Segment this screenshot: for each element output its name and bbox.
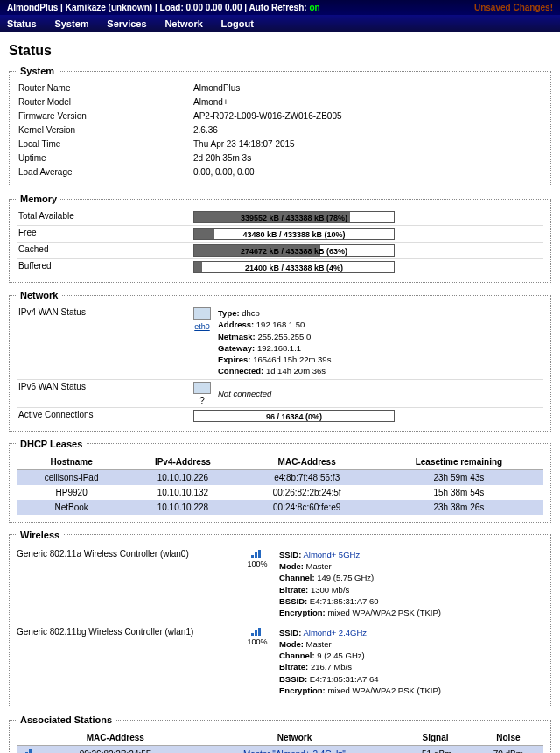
- wireless-group: Wireless Generic 802.11a Wireless Contro…: [9, 530, 551, 708]
- nav-services[interactable]: Services: [107, 18, 146, 29]
- unsaved-changes-link[interactable]: Unsaved Changes!: [474, 3, 553, 12]
- ipv6-status: Not connected: [218, 389, 271, 398]
- signal-icon: [22, 749, 34, 753]
- memory-bar: 274672 kB / 433388 kB (63%): [193, 244, 395, 257]
- memory-bar: 43480 kB / 433388 kB (10%): [193, 228, 395, 240]
- assoc-group: Associated Stations MAC-AddressNetworkSi…: [9, 714, 551, 753]
- system-legend: System: [17, 66, 58, 76]
- wireless-legend: Wireless: [17, 530, 63, 540]
- wifi-radio-label: Generic 802.11a Wireless Controller (wla…: [17, 549, 235, 559]
- dhcp-legend: DHCP Leases: [17, 439, 86, 449]
- active-connections-bar: 96 / 16384 (0%): [193, 410, 395, 422]
- dhcp-row: HP992010.10.10.13200:26:82:2b:24:5f15h 3…: [17, 485, 543, 500]
- ssid-link[interactable]: Almond+ 5GHz: [303, 550, 360, 559]
- dhcp-row: NetBook10.10.10.22800:24:8c:60:fe:e923h …: [17, 500, 543, 515]
- assoc-legend: Associated Stations: [17, 714, 116, 725]
- memory-legend: Memory: [17, 194, 60, 204]
- ssid-link[interactable]: Almond+ 2.4GHz: [303, 628, 367, 637]
- nav-logout[interactable]: Logout: [221, 18, 254, 29]
- assoc-row: 00:26:82:2B:24:5FMaster "Almond+ 2.4GHz"…: [17, 746, 543, 753]
- memory-bar: 21400 kB / 433388 kB (4%): [193, 261, 395, 273]
- nav-network[interactable]: Network: [164, 18, 202, 29]
- nav-status[interactable]: Status: [7, 18, 37, 29]
- network-group: Network IPv4 WAN Status eth0 Type: dhcpA…: [9, 290, 551, 432]
- wifi-radio-label: Generic 802.11bg Wireless Controller (wl…: [17, 627, 235, 637]
- dhcp-row: cellisons-iPad10.10.10.226e4:8b:7f:48:56…: [17, 469, 543, 485]
- iface-link[interactable]: eth0: [194, 322, 210, 331]
- assoc-network-link[interactable]: Master "Almond+ 2.4GHz": [243, 749, 346, 753]
- network-iface-icon: [193, 307, 211, 320]
- signal-icon: [251, 627, 263, 636]
- page-title: Status: [9, 43, 551, 59]
- network-iface-icon: [193, 382, 211, 394]
- memory-bar: 339552 kB / 433388 kB (78%): [193, 211, 395, 223]
- memory-group: Memory Total Available339552 kB / 433388…: [9, 194, 551, 283]
- top-status-bar: AlmondPlus | Kamikaze (unknown) | Load: …: [0, 0, 560, 15]
- main-nav: Status System Services Network Logout: [0, 15, 560, 32]
- system-group: System Router NameAlmondPlus Router Mode…: [9, 66, 551, 186]
- nav-system[interactable]: System: [54, 18, 88, 29]
- signal-icon: [251, 549, 263, 558]
- dhcp-group: DHCP Leases HostnameIPv4-AddressMAC-Addr…: [9, 439, 551, 523]
- auto-refresh-state[interactable]: on: [309, 3, 319, 12]
- network-legend: Network: [17, 290, 61, 300]
